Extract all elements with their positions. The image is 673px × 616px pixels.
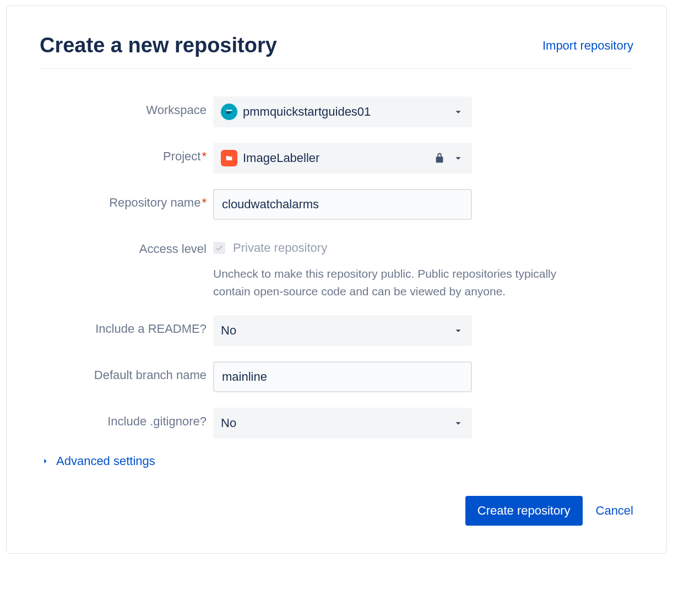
chevron-down-icon: [452, 417, 464, 429]
import-repository-link[interactable]: Import repository: [542, 39, 633, 53]
chevron-down-icon: [452, 325, 464, 337]
access-level-row: Access level Private repository Uncheck …: [40, 235, 633, 300]
workspace-avatar-icon: [221, 104, 237, 120]
include-gitignore-row: Include .gitignore? No: [40, 408, 633, 439]
default-branch-input[interactable]: [213, 361, 472, 392]
include-readme-select[interactable]: No: [213, 315, 472, 346]
svg-rect-0: [226, 110, 232, 111]
repo-name-label: Repository name*: [40, 189, 213, 210]
advanced-settings-label: Advanced settings: [56, 454, 155, 468]
advanced-settings-toggle[interactable]: Advanced settings: [40, 454, 633, 468]
include-gitignore-value: No: [221, 416, 452, 430]
lock-icon: [433, 152, 446, 164]
repo-name-row: Repository name*: [40, 189, 633, 220]
form-actions: Create repository Cancel: [40, 496, 633, 526]
chevron-down-icon: [452, 152, 464, 164]
page-title: Create a new repository: [40, 34, 277, 57]
include-gitignore-select[interactable]: No: [213, 408, 472, 439]
svg-rect-1: [226, 111, 232, 112]
required-indicator: *: [202, 149, 207, 163]
chevron-right-icon: [40, 456, 51, 467]
default-branch-label: Default branch name: [40, 361, 213, 382]
svg-rect-2: [226, 113, 231, 114]
private-repo-checkbox[interactable]: [213, 242, 225, 254]
cancel-button[interactable]: Cancel: [596, 504, 633, 518]
required-indicator: *: [202, 196, 207, 209]
project-label: Project*: [40, 143, 213, 164]
private-repo-checkbox-label: Private repository: [233, 241, 327, 255]
workspace-select[interactable]: pmmquickstartguides01: [213, 96, 472, 127]
include-readme-value: No: [221, 323, 452, 338]
repo-name-input[interactable]: [213, 189, 472, 220]
workspace-row: Workspace pmmquickstartguides01: [40, 96, 633, 127]
create-repository-button[interactable]: Create repository: [465, 496, 583, 526]
project-select[interactable]: ImageLabeller: [213, 143, 472, 174]
check-icon: [215, 244, 224, 252]
header: Create a new repository Import repositor…: [40, 34, 633, 69]
project-row: Project* ImageLabeller: [40, 143, 633, 174]
workspace-value: pmmquickstartguides01: [243, 105, 452, 119]
access-level-label: Access level: [40, 235, 213, 256]
default-branch-row: Default branch name: [40, 361, 633, 392]
project-avatar-icon: [221, 150, 237, 166]
create-repository-card: Create a new repository Import repositor…: [6, 6, 667, 554]
include-gitignore-label: Include .gitignore?: [40, 408, 213, 429]
project-value: ImageLabeller: [243, 151, 433, 165]
include-readme-label: Include a README?: [40, 315, 213, 336]
chevron-down-icon: [452, 106, 464, 118]
access-level-help-text: Uncheck to make this repository public. …: [213, 265, 571, 300]
include-readme-row: Include a README? No: [40, 315, 633, 346]
workspace-label: Workspace: [40, 96, 213, 117]
